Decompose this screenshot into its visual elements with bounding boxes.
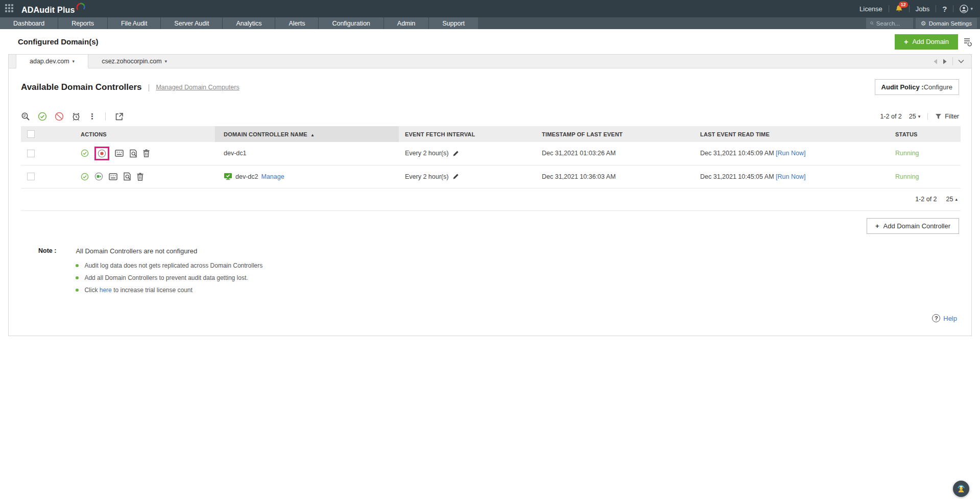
delete-icon[interactable] — [137, 173, 144, 181]
pagination-range-bottom: 1-2 of 2 — [915, 196, 937, 203]
page-size-dropdown[interactable]: 25 ▾ — [909, 113, 920, 120]
table-footer: 1-2 of 2 25 ▴ — [21, 188, 961, 211]
export-icon[interactable] — [115, 112, 124, 121]
note-label: Note : — [38, 247, 56, 299]
enable-selected-icon[interactable] — [38, 112, 47, 121]
filter-label: Filter — [945, 113, 959, 120]
top-bar: ADAudit Plus License 12 Jobs ? — [0, 0, 980, 17]
divider: | — [148, 83, 150, 91]
table-toolbar: ⋮ 1-2 of 2 25 ▾ Filter — [21, 112, 959, 121]
headset-agent-icon — [956, 484, 966, 494]
nav-tab-analytics[interactable]: Analytics — [223, 17, 275, 29]
help-question-icon[interactable]: ? — [942, 5, 947, 13]
license-link[interactable]: License — [859, 5, 882, 13]
app-launcher-icon[interactable] — [5, 4, 14, 13]
col-header-actions: ACTIONS — [49, 126, 215, 142]
event-schedule-icon[interactable] — [115, 150, 124, 157]
domain-settings-label: Domain Settings — [929, 20, 972, 27]
row-checkbox[interactable] — [27, 150, 35, 157]
page-header: Configured Domain(s) + Add Domain — [0, 29, 980, 54]
add-domain-controller-button[interactable]: + Add Domain Controller — [867, 218, 959, 234]
domain-tab-adap-dev-com[interactable]: adap.dev.com ▾ — [16, 55, 88, 68]
product-logo[interactable]: ADAudit Plus — [21, 3, 86, 15]
add-domain-button[interactable]: + Add Domain — [895, 34, 958, 50]
nav-tab-reports[interactable]: Reports — [58, 17, 107, 29]
col-header-fetch-interval[interactable]: EVENT FETCH INTERVAL — [399, 126, 536, 142]
last-event-timestamp: Dec 31,2021 01:03:26 AM — [542, 150, 616, 157]
help-link[interactable]: ? Help — [932, 314, 957, 322]
domain-settings-button[interactable]: ⚙ Domain Settings — [916, 18, 977, 29]
nav-tab-configuration[interactable]: Configuration — [319, 17, 383, 29]
run-now-link[interactable]: [Run Now] — [776, 150, 805, 157]
domain-tab-csez-zohocorpin-com[interactable]: csez.zohocorpin.com ▾ — [88, 55, 180, 68]
col-header-status[interactable]: STATUS — [889, 126, 961, 142]
note-title: All Domain Controllers are not configure… — [76, 247, 262, 255]
note-section: Note : All Domain Controllers are not co… — [38, 247, 971, 299]
nav-tab-support[interactable]: Support — [429, 17, 478, 29]
enable-audit-icon[interactable] — [81, 149, 89, 157]
run-now-link[interactable]: [Run Now] — [776, 173, 805, 180]
row-checkbox[interactable] — [27, 173, 35, 180]
domain-sync-icon[interactable] — [963, 37, 972, 46]
edit-interval-pencil-icon[interactable] — [452, 150, 459, 157]
dc-name: dev-dc2 — [235, 173, 258, 180]
chevron-down-icon: ▾ — [970, 6, 973, 11]
notification-badge: 12 — [899, 2, 908, 8]
domain-tab-strip: adap.dev.com ▾ csez.zohocorpin.com ▾ — [9, 55, 971, 68]
more-actions-icon[interactable]: ⋮ — [88, 112, 96, 121]
nav-tab-file-audit[interactable]: File Audit — [108, 17, 160, 29]
highlight-annotation — [94, 147, 109, 160]
main-nav: Dashboard Reports File Audit Server Audi… — [0, 17, 980, 29]
fetch-interval-value: Every 2 hour(s) — [405, 173, 448, 180]
nav-tab-admin[interactable]: Admin — [384, 17, 428, 29]
edit-interval-pencil-icon[interactable] — [452, 173, 459, 180]
add-domain-label: Add Domain — [912, 38, 949, 45]
managed-domain-computers-link[interactable]: Managed Domain Computers — [156, 84, 239, 91]
column-search-icon[interactable] — [21, 112, 30, 121]
schedule-alarm-icon[interactable] — [71, 112, 81, 121]
user-menu[interactable]: ▾ — [960, 5, 973, 13]
jobs-link[interactable]: Jobs — [916, 5, 929, 13]
filter-button[interactable]: Filter — [927, 113, 959, 120]
section-head: Available Domain Controllers | Managed D… — [21, 79, 959, 95]
increase-license-link[interactable]: here — [100, 287, 112, 294]
nav-tab-alerts[interactable]: Alerts — [275, 17, 318, 29]
tab-scroll-left-button[interactable] — [933, 59, 938, 64]
disable-selected-icon[interactable] — [55, 112, 64, 121]
col-header-last-read[interactable]: LAST EVENT READ TIME — [694, 126, 889, 142]
notifications-button[interactable]: 12 — [895, 5, 903, 13]
bullet-icon — [76, 276, 79, 279]
tab-list-chevron-button[interactable] — [958, 59, 964, 63]
view-report-icon[interactable] — [129, 149, 137, 158]
audit-policy-action: Configure — [924, 83, 952, 91]
select-all-checkbox[interactable] — [27, 130, 35, 138]
delete-icon[interactable] — [143, 149, 150, 157]
note-bullet: Audit log data does not gets replicated … — [76, 262, 262, 269]
sort-asc-icon: ▲ — [310, 133, 315, 137]
stop-collection-icon[interactable] — [98, 149, 106, 158]
col-header-dc-name[interactable]: DOMAIN CONTROLLER NAME▲ — [215, 126, 399, 142]
page-size-dropdown-bottom[interactable]: 25 ▴ — [946, 196, 958, 203]
start-collection-icon[interactable] — [94, 172, 103, 181]
chevron-down-icon: ▾ — [918, 114, 921, 119]
funnel-icon — [935, 113, 942, 120]
domain-controllers-table: ACTIONS DOMAIN CONTROLLER NAME▲ EVENT FE… — [21, 126, 961, 188]
domain-tab-label: csez.zohocorpin.com — [102, 58, 161, 65]
nav-tab-server-audit[interactable]: Server Audit — [161, 17, 222, 29]
section-title: Available Domain Controllers — [21, 82, 141, 92]
audit-policy-button[interactable]: Audit Policy :Configure — [875, 79, 959, 95]
col-header-last-event[interactable]: TIMESTAMP OF LAST EVENT — [536, 126, 694, 142]
enable-audit-icon[interactable] — [81, 173, 89, 181]
view-report-icon[interactable] — [123, 172, 131, 181]
table-header-row: ACTIONS DOMAIN CONTROLLER NAME▲ EVENT FE… — [21, 126, 961, 142]
support-chat-button[interactable] — [953, 481, 969, 497]
search-input[interactable] — [876, 20, 909, 27]
global-search[interactable] — [866, 18, 913, 29]
event-schedule-icon[interactable] — [109, 173, 117, 180]
tab-scroll-right-button[interactable] — [943, 59, 947, 64]
fetch-interval-value: Every 2 hour(s) — [405, 150, 448, 157]
nav-tab-dashboard[interactable]: Dashboard — [0, 17, 58, 29]
note-bullet: Click here to increase trial license cou… — [76, 287, 262, 294]
divider — [909, 5, 910, 12]
manage-link[interactable]: Manage — [261, 173, 284, 180]
